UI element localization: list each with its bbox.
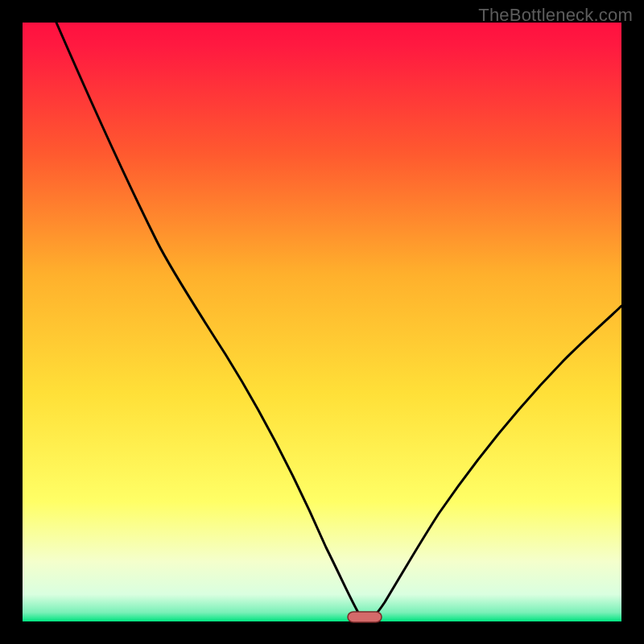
plot-area <box>23 23 621 621</box>
chart-container: TheBottleneck.com <box>0 0 644 644</box>
bottleneck-chart <box>0 0 644 644</box>
minimum-marker <box>348 612 382 622</box>
